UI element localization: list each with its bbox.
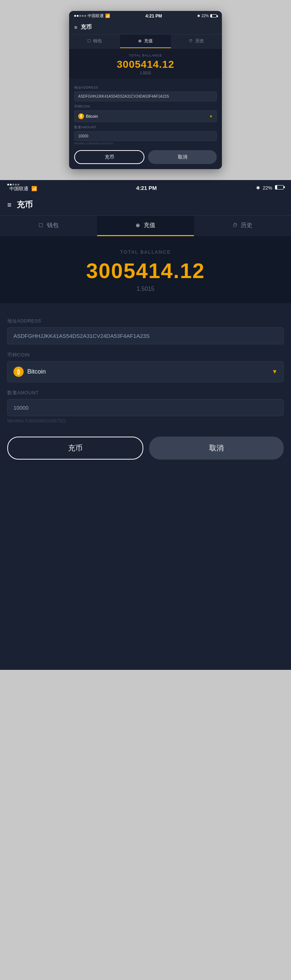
- tabs-full: ☐ 钱包 ⊕ 充值 ⏱ 历史: [0, 216, 291, 236]
- charge-button-full[interactable]: 充币: [7, 437, 143, 460]
- battery-icon-full: [275, 185, 284, 189]
- dot4: [82, 15, 84, 17]
- address-label-small: 地址ADDRESS: [74, 85, 217, 90]
- app-title-small: 充币: [81, 24, 92, 30]
- hamburger-icon-full[interactable]: ≡: [7, 201, 12, 209]
- status-left-small: 中国联通 📶: [74, 13, 110, 19]
- balance-section-small: TOTAL BALLANCE 3005414.12 1.5015: [69, 48, 222, 79]
- status-right-small: ✱ 22%: [197, 14, 217, 18]
- signal-dots-small: [74, 15, 86, 17]
- status-right-full: ✱ 22%: [256, 185, 284, 191]
- amount-label-full: 数量AMOUNT: [7, 390, 284, 396]
- time-small: 4:21 PM: [146, 13, 162, 19]
- tab-wallet-full[interactable]: ☐ 钱包: [0, 216, 97, 236]
- balance-amount-full: 3005414.12: [7, 258, 284, 283]
- dot2: [77, 15, 79, 17]
- dot5: [84, 15, 86, 17]
- cancel-button-small[interactable]: 取消: [148, 150, 217, 164]
- history-icon-small: ⏱: [189, 39, 193, 43]
- tab-history-label-small: 历史: [195, 38, 204, 43]
- form-section-small: 地址ADDRESS ASDFGHHJJKK41AS54DS2A31CV24DA5…: [69, 79, 222, 169]
- wallet-icon-small: ☐: [87, 39, 91, 43]
- tab-wallet-label-full: 钱包: [47, 222, 59, 228]
- tab-history-full[interactable]: ⏱ 历史: [194, 216, 291, 236]
- wifi-icon-small: 📶: [105, 13, 110, 18]
- recharge-icon-small: ⊕: [138, 39, 141, 43]
- amount-input-small[interactable]: 10000: [74, 131, 217, 141]
- dot3: [79, 15, 81, 17]
- balance-sub-small: 1.5015: [73, 71, 218, 75]
- tab-wallet-label-small: 钱包: [93, 38, 102, 43]
- balance-label-full: TOTAL BALLANCE: [7, 249, 284, 255]
- history-icon-full: ⏱: [232, 222, 237, 228]
- bluetooth-icon-full: ✱: [256, 185, 260, 191]
- chevron-down-icon-full: ▼: [272, 369, 278, 375]
- app-header-small: ≡ 充币: [69, 21, 222, 35]
- charge-button-small[interactable]: 充币: [74, 150, 144, 164]
- fdot1: [7, 184, 9, 186]
- tab-recharge-full[interactable]: ⊕ 充值: [97, 216, 194, 236]
- status-bar-small: 中国联通 📶 4:21 PM ✱ 22%: [69, 11, 222, 21]
- balance-label-small: TOTAL BALLANCE: [73, 54, 218, 57]
- address-input-small[interactable]: ASDFGHHJJKK41AS54DS2A31CV24DA53F4AF1A23S: [74, 91, 217, 101]
- recharge-icon-full: ⊕: [136, 222, 140, 228]
- tabs-small: ☐ 钱包 ⊕ 充值 ⏱ 历史: [69, 35, 222, 48]
- buttons-full: 充币 取消: [7, 437, 284, 467]
- address-label-full: 地址ADDRESS: [7, 318, 284, 325]
- amount-hint-full: Min/Max 0.0000000/15457321: [7, 418, 284, 423]
- fdot2: [10, 184, 12, 186]
- battery-icon-small: [210, 14, 217, 18]
- balance-amount-small: 3005414.12: [73, 59, 218, 70]
- tab-history-label-full: 历史: [241, 222, 253, 228]
- wallet-icon-full: ☐: [38, 222, 43, 228]
- bitcoin-icon-full: ₿: [13, 367, 24, 377]
- address-input-full[interactable]: ASDFGHHJJKK41AS54DS2A31CV24DA53F4AF1A23S: [7, 327, 284, 344]
- buttons-small: 充币 取消: [74, 150, 217, 164]
- hamburger-icon-small[interactable]: ≡: [74, 24, 77, 30]
- dot1: [74, 15, 76, 17]
- preview-section: 中国联通 📶 4:21 PM ✱ 22% ≡ 充币 ☐ 钱包 ⊕ 充值: [0, 0, 291, 180]
- bitcoin-icon-small: ₿: [78, 113, 84, 119]
- fdot4: [15, 184, 17, 186]
- amount-input-full[interactable]: 10000: [7, 399, 284, 416]
- battery-pct-full: 22%: [263, 185, 272, 191]
- cancel-button-full[interactable]: 取消: [149, 437, 284, 460]
- form-section-full: 地址ADDRESS ASDFGHHJJKK41AS54DS2A31CV24DA5…: [0, 303, 291, 478]
- coin-value-full: Bitcoin: [27, 368, 46, 375]
- amount-label-small: 数量AMOUNT: [74, 125, 217, 130]
- wifi-icon-full: 📶: [31, 186, 37, 191]
- tab-recharge-small[interactable]: ⊕ 充值: [120, 35, 171, 48]
- tab-recharge-label-small: 充值: [144, 38, 153, 43]
- signal-dots-full: [7, 184, 37, 186]
- coin-label-full: 币种COIN: [7, 352, 284, 358]
- status-left-full: 中国联通 📶: [7, 184, 37, 192]
- app-header-full: ≡ 充币: [0, 196, 291, 216]
- balance-sub-full: 1.5015: [7, 286, 284, 292]
- status-bar-full: 中国联通 📶 4:21 PM ✱ 22%: [0, 180, 291, 196]
- tab-history-small[interactable]: ⏱ 历史: [171, 35, 222, 48]
- fdot5: [17, 184, 19, 186]
- coin-value-small: Bitcoin: [86, 114, 98, 118]
- phone-card-small: 中国联通 📶 4:21 PM ✱ 22% ≡ 充币 ☐ 钱包 ⊕ 充值: [69, 11, 222, 169]
- coin-label-small: 币种COIN: [74, 104, 217, 109]
- bluetooth-icon-small: ✱: [197, 14, 200, 18]
- full-section: 中国联通 📶 4:21 PM ✱ 22% ≡ 充币 ☐ 钱包: [0, 180, 291, 670]
- carrier-full: 中国联通: [9, 186, 28, 191]
- time-full: 4:21 PM: [136, 185, 157, 191]
- app-title-full: 充币: [17, 199, 33, 210]
- tab-wallet-small[interactable]: ☐ 钱包: [69, 35, 120, 48]
- fdot3: [13, 184, 14, 186]
- amount-hint-small: Min/Max 0.0000000/15457321: [74, 142, 217, 145]
- carrier-small: 中国联通: [88, 13, 104, 19]
- phone-full: 中国联通 📶 4:21 PM ✱ 22% ≡ 充币 ☐ 钱包: [0, 180, 291, 670]
- battery-pct-small: 22%: [201, 14, 209, 18]
- coin-select-small[interactable]: ₿ Bitcoin ▼: [74, 110, 217, 122]
- tab-recharge-label-full: 充值: [144, 222, 155, 228]
- chevron-down-icon-small: ▼: [209, 115, 213, 118]
- coin-select-full[interactable]: ₿ Bitcoin ▼: [7, 361, 284, 382]
- balance-section-full: TOTAL BALLANCE 3005414.12 1.5015: [0, 236, 291, 303]
